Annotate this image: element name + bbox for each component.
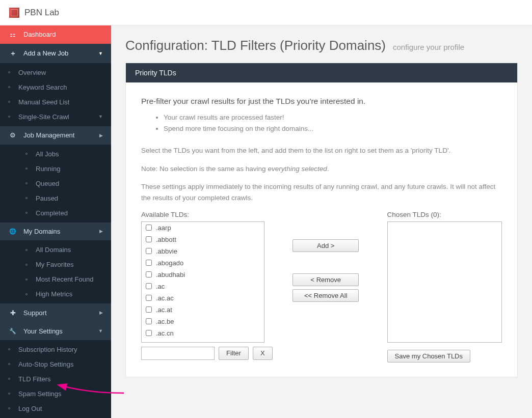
nav-auto-stop[interactable]: Auto-Stop Settings (0, 357, 111, 372)
remove-button[interactable]: < Remove (292, 273, 359, 286)
tld-name: .abogado (156, 259, 183, 267)
tld-row[interactable]: .ac.cn (142, 327, 264, 339)
settings-apply-text: These settings apply immediately to the … (141, 181, 502, 203)
caret-down-icon: ▼ (98, 51, 103, 56)
tld-checkbox[interactable] (146, 271, 152, 277)
page-subtitle: configure your profile (393, 43, 464, 51)
nav-label: Dashboard (23, 31, 56, 38)
note-text: Note: No selection is the same as having… (141, 163, 502, 175)
nav-job-management[interactable]: Job Management ▶ (0, 126, 111, 145)
tld-checkbox[interactable] (146, 306, 152, 313)
nav-keyword-search[interactable]: Keyword Search (0, 80, 111, 95)
nav-support[interactable]: Support ▶ (0, 303, 111, 322)
settings-submenu: Subscription History Auto-Stop Settings … (0, 340, 111, 418)
filter-button[interactable]: Filter (219, 347, 249, 360)
nav-most-recent[interactable]: Most Recent Found (0, 272, 111, 287)
intro-list: Your crawl results are processed faster!… (141, 112, 502, 134)
caret-right-icon: ▶ (99, 229, 103, 234)
nav-label: Job Management (23, 131, 74, 139)
filter-input[interactable] (141, 347, 215, 360)
nav-overview[interactable]: Overview (0, 65, 111, 80)
tld-name: .aarp (156, 224, 171, 232)
nav-dashboard[interactable]: Dashboard (0, 25, 111, 44)
my-domains-submenu: All Domains My Favorites Most Recent Fou… (0, 240, 111, 303)
available-label: Available TLDs: (141, 211, 264, 218)
nav-label: My Domains (23, 228, 60, 235)
chosen-tlds-listbox[interactable] (387, 221, 502, 343)
tld-row[interactable]: .ac (142, 281, 264, 292)
tld-name: .ac.ac (156, 294, 174, 302)
nav-manual-seed[interactable]: Manual Seed List (0, 95, 111, 109)
add-button[interactable]: Add > (292, 239, 359, 252)
caret-right-icon: ▶ (99, 133, 103, 138)
tld-row[interactable]: .ac.ac (142, 292, 264, 304)
nav-high-metrics[interactable]: High Metrics (0, 287, 111, 301)
tld-name: .ac.cn (156, 329, 174, 337)
caret-down-icon: ▼ (98, 114, 103, 119)
intro-bullet: Your crawl results are processed faster! (164, 112, 502, 123)
tld-checkbox[interactable] (146, 318, 152, 324)
tld-checkbox[interactable] (146, 295, 152, 301)
nav-add-job[interactable]: Add a New Job ▼ (0, 44, 111, 63)
tld-checkbox[interactable] (146, 330, 152, 336)
add-job-submenu: Overview Keyword Search Manual Seed List… (0, 63, 111, 126)
sidebar: Dashboard Add a New Job ▼ Overview Keywo… (0, 25, 111, 418)
globe-icon (8, 228, 17, 235)
nav-subscription-history[interactable]: Subscription History (0, 342, 111, 357)
tld-row[interactable]: .ac.be (142, 316, 264, 327)
priority-tlds-panel: Priority TLDs Pre-filter your crawl resu… (125, 63, 518, 377)
nav-all-jobs[interactable]: All Jobs (0, 147, 111, 161)
tld-checkbox[interactable] (146, 260, 152, 266)
tld-picker: Available TLDs: .aarp.abbott.abbvie.abog… (141, 211, 502, 363)
tld-name: .ac.be (156, 318, 174, 325)
chosen-label: Chosen TLDs (0): (387, 211, 502, 218)
nav-tld-filters[interactable]: TLD Filters (0, 372, 111, 386)
tld-row[interactable]: .ac.at (142, 304, 264, 316)
tld-name: .ac.at (156, 306, 172, 314)
tld-checkbox[interactable] (146, 283, 152, 289)
nav-all-domains[interactable]: All Domains (0, 242, 111, 257)
caret-down-icon: ▼ (98, 328, 103, 333)
instruction-text: Select the TLDs you want from the left, … (141, 145, 502, 156)
nav-single-site-crawl[interactable]: Single-Site Crawl▼ (0, 109, 111, 124)
intro-heading: Pre-filter your crawl results for just t… (141, 97, 502, 106)
nav-label: Your Settings (23, 327, 63, 335)
tld-row[interactable]: .abbott (142, 234, 264, 245)
tld-row[interactable]: .abudhabi (142, 269, 264, 281)
tld-name: .abbvie (156, 247, 177, 255)
job-mgmt-submenu: All Jobs Running Queued Paused Completed (0, 145, 111, 222)
nav-paused[interactable]: Paused (0, 191, 111, 206)
remove-all-button[interactable]: << Remove All (292, 289, 359, 302)
caret-right-icon: ▶ (99, 310, 103, 315)
nav-label: Add a New Job (23, 49, 68, 57)
nav-your-settings[interactable]: Your Settings ▼ (0, 322, 111, 340)
nav-my-domains[interactable]: My Domains ▶ (0, 222, 111, 241)
plus-icon (8, 49, 17, 58)
page-title: Configuration: TLD Filters (Priority Dom… (125, 38, 518, 53)
tld-name: .abbott (156, 236, 176, 243)
nav-log-out[interactable]: Log Out (0, 401, 111, 416)
clear-filter-button[interactable]: X (253, 347, 273, 360)
nav-running[interactable]: Running (0, 161, 111, 176)
tld-row[interactable]: .abbvie (142, 245, 264, 257)
tld-row[interactable]: .aarp (142, 222, 264, 234)
intro-bullet: Spend more time focusing on the right do… (164, 123, 502, 134)
main-content: Configuration: TLD Filters (Priority Dom… (111, 25, 532, 418)
dashboard-icon (8, 31, 17, 38)
nav-my-favorites[interactable]: My Favorites (0, 257, 111, 272)
tld-name: .ac (156, 283, 165, 290)
tld-checkbox[interactable] (146, 248, 152, 254)
nav-spam-settings[interactable]: Spam Settings (0, 386, 111, 401)
nav-label: Support (23, 309, 47, 317)
support-icon (8, 309, 17, 317)
nav-queued[interactable]: Queued (0, 176, 111, 191)
gear-icon (8, 131, 17, 139)
tld-checkbox[interactable] (146, 225, 152, 231)
brand-name: PBN Lab (24, 8, 59, 18)
panel-header: Priority TLDs (126, 63, 517, 82)
tld-checkbox[interactable] (146, 236, 152, 242)
nav-completed[interactable]: Completed (0, 206, 111, 220)
tld-row[interactable]: .abogado (142, 257, 264, 269)
available-tlds-listbox[interactable]: .aarp.abbott.abbvie.abogado.abudhabi.ac.… (141, 221, 264, 343)
save-chosen-button[interactable]: Save my Chosen TLDs (387, 350, 470, 363)
